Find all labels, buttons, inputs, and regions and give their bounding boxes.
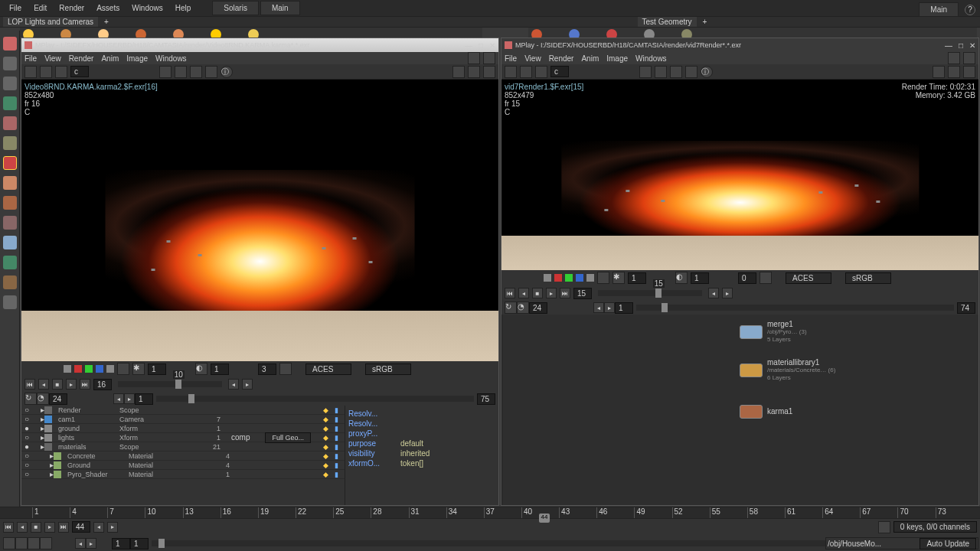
global-range-slider[interactable]: [152, 540, 841, 546]
layout-icon[interactable]: [948, 66, 960, 78]
exposure-field[interactable]: 1: [691, 272, 709, 284]
timeline-ruler[interactable]: 44 1471013161922252831343740434649525558…: [0, 507, 980, 518]
desktop-tab-main[interactable]: Main: [260, 1, 300, 15]
rail-tool-13[interactable]: [3, 295, 17, 309]
network-editor[interactable]: merge1/obj/Pyro… (3)5 Layersmateriallibr…: [501, 315, 978, 505]
display-dropdown[interactable]: sRGB: [365, 364, 411, 375]
gamma-field[interactable]: 1: [148, 364, 166, 375]
range-next[interactable]: ▸: [86, 538, 96, 549]
lut-field[interactable]: 3: [258, 364, 276, 375]
green-toggle[interactable]: [565, 274, 573, 282]
home-icon[interactable]: [670, 66, 682, 78]
scene-graph-tree[interactable]: ○▸RenderScope◆▮○▸cam1Camera7◆▮●▸groundXf…: [21, 406, 345, 505]
rail-tool-2[interactable]: [3, 77, 17, 90]
keys-info[interactable]: 0 keys, 0/0 channels: [893, 521, 977, 533]
play-button[interactable]: ▸: [546, 288, 557, 298]
link-icon[interactable]: [468, 52, 480, 64]
close-icon[interactable]: ✕: [489, 41, 495, 50]
alpha-toggle[interactable]: [586, 274, 594, 282]
range-end-field[interactable]: 75: [477, 393, 495, 405]
add-tab-icon-r[interactable]: +: [703, 18, 707, 26]
home-icon[interactable]: [190, 66, 202, 78]
tool-btn[interactable]: [24, 66, 37, 78]
exposure-field[interactable]: 1: [211, 364, 229, 375]
key-prev-button[interactable]: ◂: [93, 522, 104, 533]
range-prev[interactable]: ◂: [75, 538, 86, 549]
viewport-left[interactable]: Video8RND.KARMA.karma2.$F.exr[16] 852x48…: [21, 80, 498, 361]
tree-row[interactable]: ○▸GroundMaterial4◆▮: [21, 461, 345, 470]
network-node[interactable]: merge1/obj/Pyro… (3)5 Layers: [740, 321, 807, 344]
range-start-field[interactable]: 1: [130, 538, 149, 549]
network-node[interactable]: materiallibrary1/materials/Concrete… (6)…: [740, 359, 835, 382]
timeline-slider[interactable]: 15: [598, 290, 702, 296]
fps-field[interactable]: 24: [529, 302, 547, 314]
current-frame-field[interactable]: 15: [573, 288, 592, 299]
realtime-icon[interactable]: ◔: [517, 302, 529, 314]
tool-btn[interactable]: [535, 66, 547, 78]
range-slider[interactable]: [156, 396, 474, 402]
timeline-slider[interactable]: 10: [118, 381, 222, 387]
colorspace-dropdown[interactable]: ACES: [305, 364, 351, 375]
next-frame-button[interactable]: ⏭: [58, 522, 69, 533]
tool-btn[interactable]: [55, 66, 67, 78]
rail-tool-5[interactable]: [3, 136, 17, 150]
first-frame-button[interactable]: ⏮: [24, 379, 35, 390]
mplay-menu-windows[interactable]: Windows: [155, 54, 187, 63]
brightness-icon[interactable]: ✱: [132, 363, 145, 375]
rail-tool-6[interactable]: [3, 156, 17, 170]
current-frame-field[interactable]: 16: [93, 379, 112, 390]
prev-frame-button[interactable]: ◂: [38, 379, 49, 390]
mplay-menu-anim[interactable]: Anim: [581, 54, 599, 63]
playhead[interactable]: 44: [539, 514, 550, 523]
tool-btn[interactable]: [28, 537, 40, 549]
tool-btn[interactable]: [3, 537, 15, 549]
tool-btn[interactable]: [205, 66, 217, 78]
tree-row[interactable]: ○▸cam1Camera7◆▮: [21, 415, 345, 424]
stop-button[interactable]: ■: [532, 288, 543, 298]
range-start-button[interactable]: ◂: [593, 302, 604, 313]
rail-tool-3[interactable]: [3, 96, 17, 110]
maximize-icon[interactable]: □: [479, 41, 483, 50]
minimize-icon[interactable]: —: [945, 41, 952, 50]
mplay-titlebar-right[interactable]: MPlay - I:/SIDEFX/HOUSERBD/H18/CAMTASIA/…: [501, 38, 978, 52]
range-start-button[interactable]: ◂: [113, 393, 124, 404]
menu-help[interactable]: Help: [169, 2, 198, 15]
step-fwd-button[interactable]: ▸: [722, 288, 733, 298]
rail-tool-1[interactable]: [3, 57, 17, 70]
rail-tool-0[interactable]: [3, 37, 17, 51]
first-frame-button[interactable]: ⏮: [3, 522, 14, 533]
add-tab-icon[interactable]: +: [104, 18, 109, 26]
mplay-menu-anim[interactable]: Anim: [101, 54, 119, 63]
tool-btn[interactable]: [117, 363, 129, 375]
range-end-button[interactable]: ▸: [124, 393, 135, 404]
layout-icon[interactable]: [933, 66, 945, 78]
tree-row[interactable]: ○▸lightsXform1compFull Geo...◆▮: [21, 433, 345, 442]
rail-tool-11[interactable]: [3, 256, 17, 269]
stop-button[interactable]: ■: [31, 522, 41, 533]
mplay-menu-render[interactable]: Render: [69, 54, 94, 63]
help-icon[interactable]: ?: [965, 5, 975, 15]
pane-tab-left[interactable]: LOP Lights and Cameras: [3, 17, 98, 27]
layout-icon[interactable]: [468, 66, 480, 78]
expand-icon[interactable]: [963, 52, 975, 64]
tool-btn[interactable]: [597, 272, 609, 284]
rail-tool-4[interactable]: [3, 116, 17, 130]
colorspace-dropdown[interactable]: ACES: [786, 272, 831, 284]
mplay-menu-file[interactable]: File: [24, 54, 37, 63]
blue-toggle[interactable]: [576, 274, 583, 282]
tool-btn[interactable]: [159, 66, 172, 78]
menu-render[interactable]: Render: [53, 2, 90, 15]
tool-btn[interactable]: [279, 363, 292, 375]
first-frame-button[interactable]: ⏮: [505, 288, 515, 298]
range-start-field[interactable]: 1: [615, 302, 633, 314]
menu-windows[interactable]: Windows: [126, 2, 169, 15]
play-button[interactable]: ▸: [66, 379, 77, 390]
info-icon[interactable]: ⓘ: [701, 66, 713, 78]
display-dropdown[interactable]: sRGB: [845, 272, 891, 284]
tool-btn[interactable]: [639, 66, 652, 78]
brightness-icon[interactable]: ✱: [612, 272, 625, 284]
tree-row[interactable]: ●▸materialsScope21◆▮: [21, 442, 345, 452]
range-start-field[interactable]: 1: [135, 393, 153, 405]
viewport-right[interactable]: vid7Render1.$F.exr[15] 852x479 fr 15 C R…: [501, 80, 978, 270]
step-back-button[interactable]: ◂: [708, 288, 719, 298]
